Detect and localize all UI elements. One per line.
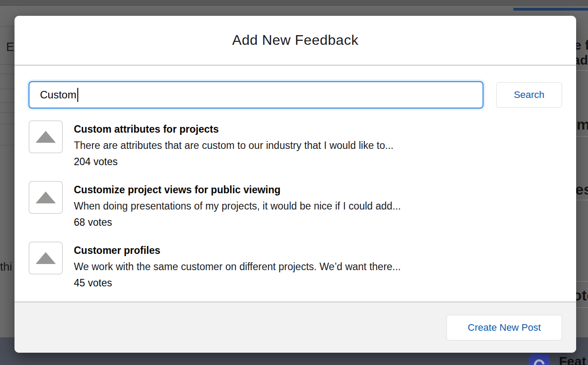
search-button[interactable]: Search (496, 82, 562, 108)
text-caret (77, 88, 78, 102)
upvote-icon (36, 252, 56, 264)
search-result-row[interactable]: Customize project views for public viewi… (29, 181, 562, 231)
result-votes: 68 votes (74, 214, 401, 231)
add-new-feedback-modal: Add New Feedback Custom Search Custom at… (15, 16, 576, 353)
result-description: There are attributes that are custom to … (74, 137, 393, 154)
result-text: Customer profiles We work with the same … (74, 242, 401, 291)
search-input[interactable]: Custom (29, 81, 483, 108)
upvote-button[interactable] (29, 120, 63, 153)
modal-title: Add New Feedback (232, 32, 358, 48)
upvote-icon (36, 192, 56, 203)
result-votes: 45 votes (74, 275, 401, 291)
result-title: Customer profiles (74, 242, 401, 259)
result-title: Custom attributes for projects (74, 121, 393, 137)
modal-footer: Create New Post (15, 301, 576, 353)
result-description: We work with the same customer on differ… (74, 259, 401, 275)
upvote-button[interactable] (29, 181, 63, 214)
result-title: Customize project views for public viewi… (74, 182, 401, 198)
search-input-value: Custom (40, 89, 76, 101)
result-votes: 204 votes (74, 154, 393, 170)
search-result-row[interactable]: Custom attributes for projects There are… (29, 120, 562, 170)
result-description: When doing presentations of my projects,… (74, 198, 401, 214)
modal-header: Add New Feedback (15, 16, 576, 66)
search-row: Custom Search (29, 81, 562, 108)
create-new-post-button[interactable]: Create New Post (446, 315, 562, 340)
result-text: Customize project views for public viewi… (74, 181, 401, 231)
search-results: Custom attributes for projects There are… (29, 120, 562, 291)
upvote-button[interactable] (29, 242, 63, 275)
upvote-icon (36, 131, 56, 143)
result-text: Custom attributes for projects There are… (74, 120, 393, 170)
modal-content: Custom Search Custom attributes for proj… (15, 66, 576, 301)
search-result-row[interactable]: Customer profiles We work with the same … (29, 242, 562, 291)
